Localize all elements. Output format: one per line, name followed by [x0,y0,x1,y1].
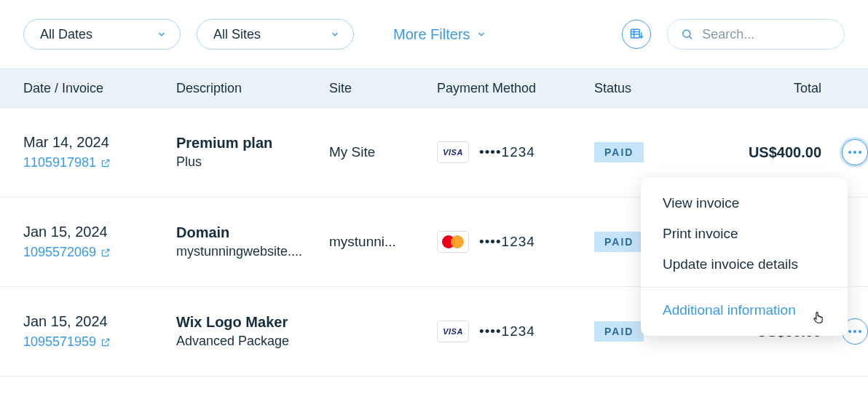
card-mask: ••••1234 [479,144,535,160]
svg-rect-0 [631,29,640,38]
status-badge: PAID [594,232,644,252]
invoice-date: Jan 15, 2024 [23,313,176,330]
update-invoice-action[interactable]: Update invoice details [641,249,848,280]
desc-subtitle: Advanced Package [176,334,307,349]
search-box[interactable] [667,19,845,50]
svg-point-5 [683,30,690,37]
search-icon [681,27,693,42]
col-total: Total [711,81,821,96]
status-badge: PAID [594,142,644,162]
desc-title: Wix Logo Maker [176,314,329,331]
mastercard-card-icon [437,231,469,253]
more-dots-icon [848,330,861,333]
invoice-date: Mar 14, 2024 [23,134,176,151]
chevron-down-icon [476,29,486,39]
desc-subtitle: Plus [176,154,307,170]
col-description: Description [176,81,329,96]
sites-filter-dropdown[interactable]: All Sites [197,19,354,50]
view-invoice-action[interactable]: View invoice [641,188,848,219]
search-input[interactable] [702,27,831,42]
print-invoice-action[interactable]: Print invoice [641,219,848,249]
more-filters-label: More Filters [393,26,470,43]
export-button[interactable] [622,20,651,49]
dates-filter-dropdown[interactable]: All Dates [23,19,181,50]
invoice-id-link[interactable]: 1105917981 [23,155,176,170]
invoice-id: 1105917981 [23,155,96,170]
col-site: Site [329,81,437,96]
sites-filter-label: All Sites [213,27,261,42]
invoice-id: 1095571959 [23,334,96,350]
invoice-id-link[interactable]: 1095572069 [23,245,176,260]
site-name: My Site [329,144,424,160]
col-payment: Payment Method [437,81,594,96]
desc-title: Domain [176,224,329,241]
visa-card-icon: VISA [437,321,469,342]
row-actions-button[interactable] [842,139,868,165]
chevron-down-icon [157,29,167,39]
invoice-date: Jan 15, 2024 [23,224,176,240]
chevron-down-icon [330,29,340,39]
desc-subtitle: mystunningwebsite.... [176,244,307,259]
status-badge: PAID [594,321,644,342]
external-link-icon [100,248,111,258]
site-name: mystunni... [329,234,424,250]
more-filters-button[interactable]: More Filters [393,26,486,43]
desc-title: Premium plan [176,135,329,152]
col-date: Date / Invoice [23,81,176,96]
row-actions-popover: View invoice Print invoice Update invoic… [641,178,848,336]
invoice-id-link[interactable]: 1095571959 [23,334,176,350]
card-mask: ••••1234 [479,323,535,339]
export-icon [629,27,644,42]
more-dots-icon [848,151,861,154]
invoice-id: 1095572069 [23,245,96,260]
invoice-total: US$400.00 [711,144,821,161]
external-link-icon [100,158,111,168]
card-mask: ••••1234 [479,234,535,250]
table-header: Date / Invoice Description Site Payment … [0,68,868,108]
popover-divider [641,287,848,288]
svg-line-6 [690,36,692,39]
filters-bar: All Dates All Sites More Filters [0,0,868,68]
dates-filter-label: All Dates [40,27,92,42]
additional-info-action[interactable]: Additional information [641,295,848,326]
external-link-icon [100,337,111,347]
visa-card-icon: VISA [437,141,469,163]
col-status: Status [594,81,711,96]
